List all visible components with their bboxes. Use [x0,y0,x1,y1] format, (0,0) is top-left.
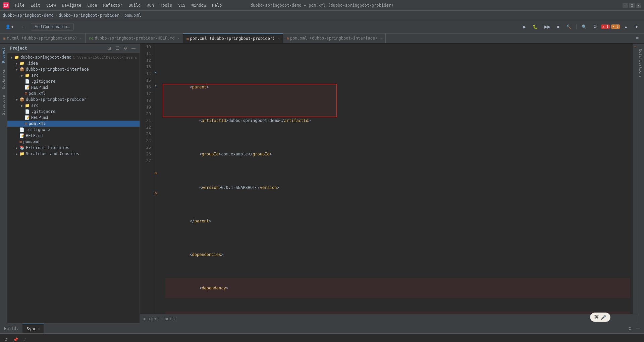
right-tab-notifications[interactable]: Notifications [637,46,644,80]
gutter-icon-fold-15[interactable]: ▾ [155,70,157,75]
stop-btn[interactable]: ■ [554,22,562,31]
bottom-toolbar-right: ⚙ — [624,324,644,333]
tree-item-extlibs[interactable]: ▶ 📚 External Libraries [7,145,140,151]
bottom-tab-sync-close[interactable]: ✕ [38,327,40,331]
menu-window[interactable]: Window [189,2,209,9]
tree-label-ppom: pom.xml [29,121,46,126]
debug-btn[interactable]: 🐛 [530,22,540,31]
back-btn[interactable]: ← [19,22,28,31]
tree-item-ppom[interactable]: m pom.xml [7,121,140,127]
tab-1[interactable]: md dubbo-springboot-probider\HELP.md ✕ [86,33,183,43]
menu-file[interactable]: File [12,2,27,9]
editor-area: 10 11 12 13 14 15 16 17 18 19 20 21 22 2… [140,44,637,323]
profile-btn[interactable]: 👤 ▾ [3,22,16,31]
bottom-tab-sync-label: Sync [26,327,36,331]
sidebar-settings-btn[interactable]: ⚙ [122,45,129,52]
code-line-13: <version>0.0.1-SNAPSHOT</version> [165,178,630,198]
project-tree: ▼ 📁 dubbo-springboot-demo C:\Users\15031… [7,53,140,323]
tree-item-probider[interactable]: ▼ 📦 dubbo-springboot-probider [7,96,140,102]
menu-tools[interactable]: Tools [157,2,175,9]
settings-btn[interactable]: ⚙ [591,22,600,31]
tree-item-root[interactable]: ▼ 📁 dubbo-springboot-demo C:\Users\15031… [7,54,140,60]
menu-navigate[interactable]: Navigate [59,2,84,9]
tab-0-close[interactable]: ✕ [80,37,82,40]
tab-3-close[interactable]: ✕ [380,37,382,40]
tree-label-scratches: Scratches and Consoles [26,151,79,156]
tree-item-rootgit[interactable]: 📄 .gitignore [7,127,140,133]
tree-label-root: dubbo-springboot-demo [20,55,71,60]
warning-badge: ⚠ 1 [601,24,610,29]
build-label: Build: [0,324,22,333]
bottom-tab-sync[interactable]: Sync ✕ [22,324,44,333]
sidebar-expand-btn[interactable]: ☰ [114,45,121,52]
code-content[interactable]: <parent> <artifactId>dubbo-springboot-de… [163,44,633,314]
tree-arrow-psrc: ▶ [19,104,25,108]
bottom-refresh-btn[interactable]: ↺ [3,336,9,342]
gutter-icon-warn-23[interactable]: ⊙ [155,171,157,175]
menu-refactor[interactable]: Refactor [100,2,125,9]
tree-item-phelp[interactable]: 📝 HELP.md [7,115,140,121]
bottom-settings-btn[interactable]: ⚙ [627,325,633,332]
tab-2[interactable]: m pom.xml (dubbo-springboot-probider) ✕ [183,33,283,43]
breadcrumb-part-3[interactable]: pom.xml [124,13,142,18]
tab-overflow-btn[interactable]: ≡ [633,33,641,43]
breadcrumb-part-1[interactable]: dubbo-springboot-demo [3,13,54,18]
menu-help[interactable]: Help [209,2,224,9]
tree-item-interface[interactable]: ▼ 📦 dubbo-springboot-interface [7,66,140,72]
chevron-down-btn[interactable]: ▼ [632,22,641,31]
tree-label-ihelp: HELP.md [31,85,48,90]
run-btn[interactable]: ▶ [520,22,529,31]
maximize-button[interactable]: □ [629,3,635,8]
tree-item-psrc[interactable]: ▶ 📁 src [7,102,140,109]
menu-view[interactable]: View [44,2,59,9]
tab-3[interactable]: m pom.xml (dubbo-springboot-interface) ✕ [283,33,386,43]
separator: │ [575,24,578,29]
bottom-pin-btn[interactable]: 📌 [12,336,19,342]
bottom-toolbar-row: ↺ 📌 ⤢ [3,335,641,342]
git-icon-igit: 📄 [25,79,30,84]
close-button[interactable]: ✕ [636,3,641,8]
sidebar-collapse-btn[interactable]: ⊡ [106,45,113,52]
tree-item-ihelp[interactable]: 📝 HELP.md [7,84,140,90]
tree-item-pgit[interactable]: 📄 .gitignore [7,109,140,115]
left-tab-project[interactable]: Project [0,45,7,66]
window-controls: ─ □ ✕ [623,3,641,8]
breadcrumb-part-2[interactable]: dubbo-springboot-probider [59,13,119,18]
tree-item-scratches[interactable]: ▶ 📁 Scratches and Consoles [7,151,140,157]
bottom-close-btn[interactable]: — [635,325,641,332]
editor-breadcrumb-part2[interactable]: build [165,317,177,321]
menu-vcs[interactable]: VCS [175,2,188,9]
build2-btn[interactable]: 🔨 [564,22,574,31]
run2-btn[interactable]: ▶▶ [542,22,553,31]
tree-item-rootpom[interactable]: m pom.xml [7,139,140,145]
search-btn[interactable]: 🔍 [579,22,589,31]
tree-item-roothelp[interactable]: 📝 HELP.md [7,133,140,139]
tab-1-close[interactable]: ✕ [177,37,179,40]
sidebar-close-btn[interactable]: — [130,45,137,52]
bottom-expand-btn[interactable]: ⤢ [21,336,28,342]
tree-item-igitignore[interactable]: 📄 .gitignore [7,78,140,84]
chevron-up-btn[interactable]: ▲ [621,22,631,31]
bottom-panel: Build: Sync ✕ ⚙ — ↺ 📌 ⤢ ● Sync: At 2023/… [0,323,644,342]
ime-indicator[interactable]: 英 🎤 [590,313,610,322]
gutter-icon-warn-27[interactable]: ⊙ [155,191,157,195]
left-tab-bookmarks[interactable]: Bookmarks [0,66,7,92]
tree-item-idea[interactable]: ▶ 📁 .idea [7,60,140,66]
add-config-button[interactable]: Add Configuration... [31,23,74,30]
tree-item-interface-src[interactable]: ▶ 📁 src [7,72,140,78]
xml-icon-ipom: m [25,91,27,96]
gutter-icon-fold-16[interactable]: ▾ [155,84,157,88]
editor-breadcrumb-part1[interactable]: project [143,317,160,321]
tab-2-close[interactable]: ✕ [277,37,279,41]
left-tab-structure[interactable]: Structure [0,92,7,118]
minimize-button[interactable]: ─ [623,3,628,8]
tree-label-igit: .gitignore [31,79,55,84]
menu-run[interactable]: Run [144,2,157,9]
tab-0[interactable]: m m.xml (dubbo-springboot-demo) ✕ [0,33,86,43]
tree-arrow-scratches: ▶ [14,152,19,156]
menu-build[interactable]: Build [126,2,143,9]
tree-item-ipom[interactable]: m pom.xml [7,90,140,96]
code-editor[interactable]: 10 11 12 13 14 15 16 17 18 19 20 21 22 2… [140,44,637,314]
menu-edit[interactable]: Edit [28,2,43,9]
menu-code[interactable]: Code [85,2,100,9]
